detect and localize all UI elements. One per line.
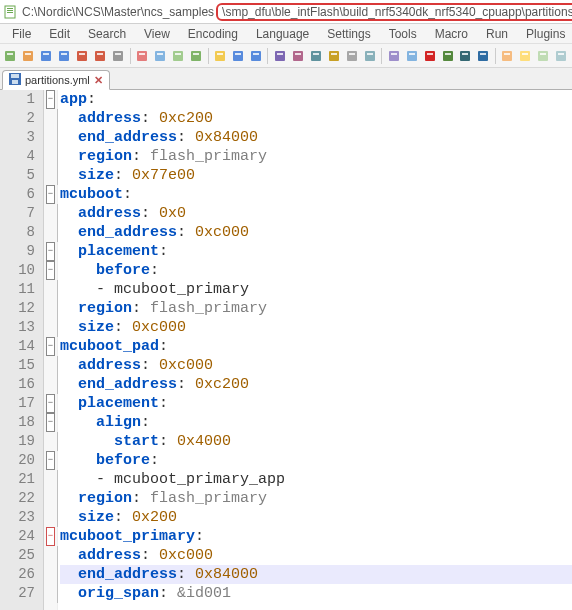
- fold-cell[interactable]: −: [44, 242, 57, 261]
- code-line[interactable]: region: flash_primary: [60, 489, 572, 508]
- code-line[interactable]: address: 0x0: [60, 204, 572, 223]
- code-line[interactable]: size: 0x200: [60, 508, 572, 527]
- fold-cell[interactable]: −: [44, 337, 57, 356]
- code-line[interactable]: placement:: [60, 242, 572, 261]
- menu-file[interactable]: File: [4, 26, 39, 42]
- fold-cell[interactable]: −: [44, 394, 57, 413]
- code-line[interactable]: mcuboot_primary:: [60, 527, 572, 546]
- svg-rect-42: [365, 51, 375, 61]
- code-line[interactable]: app:: [60, 90, 572, 109]
- line-number: 27: [0, 584, 35, 603]
- code-line[interactable]: before:: [60, 261, 572, 280]
- fold-toggle-icon[interactable]: −: [46, 394, 55, 413]
- fold-cell[interactable]: −: [44, 90, 57, 109]
- save-all-icon[interactable]: [56, 46, 73, 66]
- fold-toggle-icon[interactable]: −: [46, 185, 55, 204]
- code-line[interactable]: before:: [60, 451, 572, 470]
- doc-c-icon[interactable]: [535, 46, 552, 66]
- code-line[interactable]: mcuboot_pad:: [60, 337, 572, 356]
- code-line[interactable]: - mcuboot_primary: [60, 280, 572, 299]
- svg-rect-15: [97, 53, 103, 55]
- fold-toggle-icon[interactable]: −: [46, 527, 55, 546]
- new-icon[interactable]: [2, 46, 19, 66]
- macro-list-icon[interactable]: [475, 46, 492, 66]
- menu-plugins[interactable]: Plugins: [518, 26, 572, 42]
- undo-icon[interactable]: [188, 46, 205, 66]
- code-line[interactable]: region: flash_primary: [60, 299, 572, 318]
- code-line[interactable]: address: 0xc000: [60, 356, 572, 375]
- code-line[interactable]: - mcuboot_primary_app: [60, 470, 572, 489]
- open-icon[interactable]: [20, 46, 37, 66]
- close-icon[interactable]: [74, 46, 91, 66]
- fold-toggle-icon[interactable]: −: [46, 337, 55, 356]
- code-line[interactable]: size: 0x77e00: [60, 166, 572, 185]
- menu-tools[interactable]: Tools: [381, 26, 425, 42]
- tab-close-icon[interactable]: ✕: [94, 74, 103, 87]
- fold-cell[interactable]: −: [44, 451, 57, 470]
- doc-a-icon[interactable]: [499, 46, 516, 66]
- code-line[interactable]: address: 0xc200: [60, 109, 572, 128]
- print-icon[interactable]: [110, 46, 127, 66]
- code-line[interactable]: end_address: 0xc000: [60, 223, 572, 242]
- menu-macro[interactable]: Macro: [427, 26, 476, 42]
- fold-toggle-icon[interactable]: −: [46, 451, 55, 470]
- code-line[interactable]: end_address: 0xc200: [60, 375, 572, 394]
- svg-rect-11: [61, 53, 67, 55]
- menu-language[interactable]: Language: [248, 26, 317, 42]
- code-line[interactable]: end_address: 0x84000: [60, 128, 572, 147]
- fold-toggle-icon[interactable]: −: [46, 90, 55, 109]
- fold-toggle-icon[interactable]: −: [46, 242, 55, 261]
- menu-search[interactable]: Search: [80, 26, 134, 42]
- menu-view[interactable]: View: [136, 26, 178, 42]
- macro-rec-icon[interactable]: [421, 46, 438, 66]
- line-number: 12: [0, 299, 35, 318]
- zoom-out-icon[interactable]: [289, 46, 306, 66]
- svg-rect-54: [478, 51, 488, 61]
- svg-rect-25: [193, 53, 199, 55]
- sync-icon[interactable]: [307, 46, 324, 66]
- fold-toggle-icon[interactable]: −: [46, 261, 55, 280]
- code-line[interactable]: region: flash_primary: [60, 147, 572, 166]
- fold-cell[interactable]: −: [44, 185, 57, 204]
- line-number: 4: [0, 147, 35, 166]
- find-icon[interactable]: [230, 46, 247, 66]
- svg-rect-29: [235, 53, 241, 55]
- code-line[interactable]: orig_span: &id001: [60, 584, 572, 603]
- tab-partitions[interactable]: partitions.yml ✕: [2, 70, 110, 90]
- zoom-in-icon[interactable]: [271, 46, 288, 66]
- copy-icon[interactable]: [152, 46, 169, 66]
- lang-icon[interactable]: [385, 46, 402, 66]
- menu-encoding[interactable]: Encoding: [180, 26, 246, 42]
- fold-cell[interactable]: −: [44, 261, 57, 280]
- code-area[interactable]: app: address: 0xc200 end_address: 0x8400…: [58, 90, 572, 610]
- fold-cell: [44, 299, 57, 318]
- doc-d-icon[interactable]: [553, 46, 570, 66]
- code-line[interactable]: mcuboot:: [60, 185, 572, 204]
- svg-rect-53: [462, 53, 468, 55]
- macro-play-icon[interactable]: [439, 46, 456, 66]
- paste-icon[interactable]: [170, 46, 187, 66]
- code-line[interactable]: size: 0xc000: [60, 318, 572, 337]
- monitor-icon[interactable]: [403, 46, 420, 66]
- fold-cell[interactable]: −: [44, 527, 57, 546]
- fold-cell[interactable]: −: [44, 413, 57, 432]
- save-icon[interactable]: [38, 46, 55, 66]
- doc-b-icon[interactable]: [517, 46, 534, 66]
- replace-icon[interactable]: [247, 46, 264, 66]
- wrap-icon[interactable]: [325, 46, 342, 66]
- code-line[interactable]: end_address: 0x84000: [60, 565, 572, 584]
- close-all-icon[interactable]: [92, 46, 109, 66]
- macro-stop-icon[interactable]: [457, 46, 474, 66]
- all-chars-icon[interactable]: [343, 46, 360, 66]
- fold-toggle-icon[interactable]: −: [46, 413, 55, 432]
- cut-icon[interactable]: [134, 46, 151, 66]
- code-line[interactable]: address: 0xc000: [60, 546, 572, 565]
- menu-edit[interactable]: Edit: [41, 26, 78, 42]
- menu-settings[interactable]: Settings: [319, 26, 378, 42]
- code-line[interactable]: placement:: [60, 394, 572, 413]
- menu-run[interactable]: Run: [478, 26, 516, 42]
- redo-icon[interactable]: [212, 46, 229, 66]
- indent-icon[interactable]: [361, 46, 378, 66]
- code-line[interactable]: align:: [60, 413, 572, 432]
- code-line[interactable]: start: 0x4000: [60, 432, 572, 451]
